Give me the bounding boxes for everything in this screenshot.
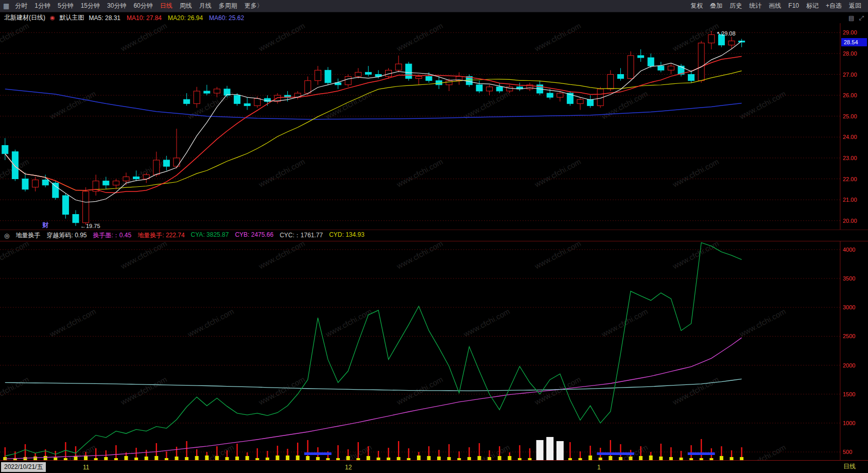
toolbar-actions: 复权叠加历史统计画线F10标记+自选返回 xyxy=(687,2,865,10)
volume-bar-base xyxy=(437,457,441,461)
candle[interactable] xyxy=(12,150,18,181)
expand-icon[interactable]: ⤢ xyxy=(859,14,864,22)
candle[interactable] xyxy=(466,75,472,87)
toolbar-action-1[interactable]: 复权 xyxy=(687,2,706,9)
candle[interactable] xyxy=(406,62,412,81)
watermark: www.cfchi.com xyxy=(533,157,582,189)
main-style-label[interactable]: 默认主图 xyxy=(60,13,84,22)
month-tick-11: 11 xyxy=(83,464,89,471)
period-tab-8[interactable]: 周线 xyxy=(176,2,196,9)
candle[interactable] xyxy=(648,54,654,68)
indicator-value-4: 地量换手: 222.74 xyxy=(137,231,184,240)
price-axis-label: 23.00 xyxy=(843,155,857,161)
toolbar-action-6[interactable]: F10 xyxy=(785,2,803,9)
series-CYA xyxy=(5,242,742,456)
candle[interactable] xyxy=(244,97,250,110)
toolbar-action-7[interactable]: 标记 xyxy=(803,2,822,9)
volume-bar-base xyxy=(417,456,421,461)
candle[interactable] xyxy=(607,70,614,91)
period-tab-9[interactable]: 月线 xyxy=(196,2,215,9)
volume-bar xyxy=(569,442,570,461)
watermark: www.cfchi.com xyxy=(462,307,511,339)
month-tick-1: 1 xyxy=(597,464,601,471)
volume-bar-base xyxy=(720,456,723,461)
period-tab-7[interactable]: 日线 xyxy=(157,2,176,9)
period-tab-11[interactable]: 更多〉 xyxy=(241,2,267,9)
candle[interactable] xyxy=(345,75,351,87)
candle[interactable] xyxy=(658,62,664,72)
volume-bar-base xyxy=(33,457,37,461)
indicator-chart[interactable]: www.cfchi.comwww.cfchi.comwww.cfchi.comw… xyxy=(0,241,868,461)
candle[interactable] xyxy=(113,179,119,189)
candle[interactable] xyxy=(32,177,39,191)
candle[interactable] xyxy=(83,187,89,225)
candlestick-chart[interactable]: www.cfchi.comwww.cfchi.comwww.cfchi.comw… xyxy=(0,23,868,230)
candle[interactable] xyxy=(93,174,99,196)
layout-icon[interactable]: ▤ xyxy=(848,14,854,22)
candle[interactable] xyxy=(73,210,79,226)
candle[interactable] xyxy=(567,91,573,106)
candle[interactable] xyxy=(62,194,68,219)
period-tab-3[interactable]: 5分钟 xyxy=(54,2,77,9)
period-tab-1[interactable]: 分时 xyxy=(11,2,31,9)
candle[interactable] xyxy=(325,67,331,85)
period-tab-10[interactable]: 多周期 xyxy=(215,2,241,9)
candle[interactable] xyxy=(476,81,482,93)
candle[interactable] xyxy=(638,49,644,62)
toolbar-action-4[interactable]: 统计 xyxy=(745,2,765,9)
volume-bar-base xyxy=(629,457,633,461)
candle[interactable] xyxy=(42,174,48,187)
indicator-chart-svg[interactable]: www.cfchi.comwww.cfchi.comwww.cfchi.comw… xyxy=(0,241,868,461)
toolbar-action-5[interactable]: 画线 xyxy=(765,2,785,9)
stock-title[interactable]: 北新建材(日线) xyxy=(4,13,45,22)
watermark: www.cfchi.com xyxy=(0,375,30,407)
main-chart-svg[interactable]: www.cfchi.comwww.cfchi.comwww.cfchi.comw… xyxy=(0,23,868,230)
watermark: www.cfchi.com xyxy=(186,307,235,339)
candle[interactable] xyxy=(487,85,493,95)
candle[interactable] xyxy=(557,91,563,101)
highlight-bar xyxy=(557,441,564,461)
candle[interactable] xyxy=(587,95,594,108)
candle[interactable] xyxy=(628,51,634,80)
candle[interactable] xyxy=(365,66,371,76)
main-style-icon[interactable]: ◉ xyxy=(50,14,55,21)
period-tab-5[interactable]: 30分钟 xyxy=(103,2,130,9)
volume-bar-base xyxy=(488,457,491,461)
toolbar-action-8[interactable]: +自选 xyxy=(822,2,845,9)
period-tab-4[interactable]: 15分钟 xyxy=(77,2,103,9)
volume-bar xyxy=(65,442,66,461)
watermark: www.cfchi.com xyxy=(48,307,97,339)
candle[interactable] xyxy=(22,172,28,191)
candle[interactable] xyxy=(194,87,200,108)
watermark: www.cfchi.com xyxy=(0,241,30,271)
watermark: www.cfchi.com xyxy=(395,23,444,53)
candle[interactable] xyxy=(668,64,674,74)
candle[interactable] xyxy=(537,81,543,95)
indicator-icon[interactable]: ◎ xyxy=(4,232,9,239)
candle[interactable] xyxy=(527,83,533,91)
candle[interactable] xyxy=(335,79,341,89)
candle[interactable] xyxy=(153,152,160,177)
candle[interactable] xyxy=(395,56,402,72)
candle[interactable] xyxy=(315,66,321,85)
volume-bar-base xyxy=(346,456,350,461)
period-tab-6[interactable]: 60分钟 xyxy=(130,2,156,9)
toolbar-action-9[interactable]: 返回 xyxy=(845,2,865,9)
candle[interactable] xyxy=(173,129,180,168)
candle[interactable] xyxy=(53,181,59,200)
candle[interactable] xyxy=(516,83,523,91)
app-icon[interactable]: ▦ xyxy=(3,2,9,10)
candle[interactable] xyxy=(617,68,623,80)
candle[interactable] xyxy=(698,41,704,83)
candle[interactable] xyxy=(294,91,301,99)
candle[interactable] xyxy=(577,97,583,110)
candle[interactable] xyxy=(204,85,210,95)
candle[interactable] xyxy=(355,68,361,78)
toolbar-action-3[interactable]: 历史 xyxy=(726,2,745,9)
period-tab-2[interactable]: 1分钟 xyxy=(31,2,54,9)
toolbar-action-2[interactable]: 叠加 xyxy=(706,2,726,9)
watermark: www.cfchi.com xyxy=(257,241,306,271)
indicator-axis-label: 3500 xyxy=(843,275,855,282)
candle[interactable] xyxy=(274,93,281,103)
date-chip[interactable]: 2022/10/21/五 xyxy=(1,462,46,472)
